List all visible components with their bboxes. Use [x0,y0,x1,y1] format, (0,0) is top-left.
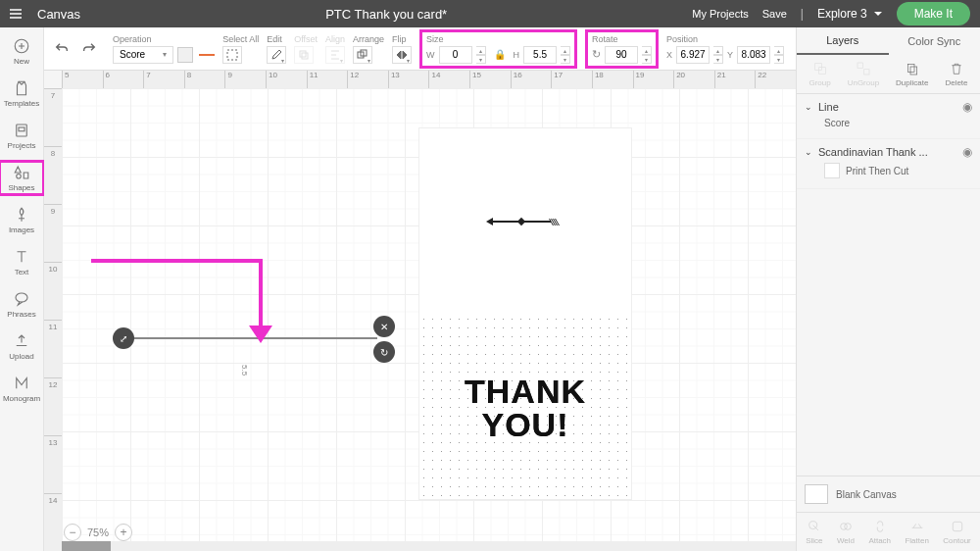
nav-monogram[interactable]: Monogram [0,375,43,403]
y-spinner[interactable]: ▴▾ [774,46,784,64]
tab-color-sync[interactable]: Color Sync [889,27,981,55]
separator: | [801,7,804,21]
nav-upload[interactable]: Upload [0,332,43,361]
flip-dropdown[interactable] [392,46,412,64]
svg-rect-11 [818,68,825,75]
redo-icon[interactable] [81,41,97,57]
x-spinner[interactable]: ▴▾ [713,46,723,64]
nav-new[interactable]: New [0,37,43,66]
chevron-down-icon[interactable]: ⌄ [805,147,812,157]
offset-group: Offset [294,34,318,64]
right-panel: Layers Color Sync Group UnGroup Duplicat… [796,27,980,551]
nav-templates[interactable]: Templates [0,79,43,108]
left-nav: New Templates Projects Shapes Images Tex… [0,27,44,551]
layers-list: ⌄Line◉ Score ⌄Scandinavian Thank ...◉ Pr… [797,94,980,476]
y-input[interactable] [737,46,770,64]
machine-dropdown[interactable]: Explore 3 [817,7,883,21]
layer-scandinavian[interactable]: ⌄Scandinavian Thank ...◉ Print Then Cut [797,139,980,189]
nav-images[interactable]: Images [0,206,43,234]
operation-dropdown[interactable]: Score [113,46,173,64]
thank-you-text: THANK YOU! [465,375,586,441]
rotate-input[interactable] [605,46,638,64]
edit-dropdown[interactable] [267,46,286,64]
history-controls [54,41,97,57]
bottom-tools: Slice Weld Attach Flatten Contour [797,512,980,551]
menu-icon[interactable] [0,0,31,27]
h-label: H [514,50,520,60]
visibility-icon[interactable]: ◉ [962,145,972,159]
zoom-out-button[interactable]: − [64,524,81,541]
color-swatch[interactable] [177,47,193,63]
svg-rect-15 [910,67,917,75]
svg-rect-7 [302,53,308,59]
nav-projects[interactable]: Projects [0,122,43,150]
svg-rect-6 [300,51,306,57]
height-spinner[interactable]: ▴▾ [561,46,570,64]
svg-rect-1 [17,125,27,136]
save-link[interactable]: Save [762,8,787,20]
make-it-button[interactable]: Make It [897,2,970,25]
blank-canvas-button[interactable]: Blank Canvas [797,476,980,512]
w-label: W [426,50,435,60]
flatten-button: Flatten [905,519,928,545]
size-group: Size W ▴▾ 🔒 H ▴▾ [419,29,577,69]
layer-line[interactable]: ⌄Line◉ Score [797,94,980,139]
my-projects-link[interactable]: My Projects [692,8,748,20]
rotate-spinner[interactable]: ▴▾ [642,46,652,64]
tab-layers[interactable]: Layers [797,27,889,55]
edit-group: Edit [267,34,286,64]
rotate-icon: ↻ [592,48,601,61]
canvas-area: Operation Score Select All Edit Offset [44,27,796,551]
app-header: Canvas PTC Thank you card* My Projects S… [0,0,980,27]
width-input[interactable] [439,46,472,64]
panel-toolbar: Group UnGroup Duplicate Delete [797,55,980,94]
svg-rect-14 [907,64,914,72]
panel-tabs: Layers Color Sync [797,27,980,55]
nav-shapes[interactable]: Shapes [0,164,43,192]
zoom-control: − 75% + [64,524,132,541]
rotate-group: Rotate ↻ ▴▾ [585,29,659,69]
offset-button [294,46,314,64]
contour-button: Contour [943,519,970,545]
delete-handle-icon[interactable]: ✕ [373,316,395,337]
rotate-handle-icon[interactable]: ↻ [373,341,395,363]
svg-rect-2 [19,127,24,131]
chevron-down-icon[interactable]: ⌄ [805,102,812,112]
attach-button: Attach [868,519,891,545]
width-spinner[interactable]: ▴▾ [476,46,486,64]
score-preview-icon [199,54,215,56]
duplicate-button[interactable]: Duplicate [896,61,928,87]
card-inside: THANK YOU! [419,315,631,501]
flip-group: Flip [392,34,412,64]
delete-button[interactable]: Delete [945,61,967,87]
undo-icon[interactable] [54,41,70,57]
align-dropdown [325,46,345,64]
selectall-group: Select All [222,34,259,64]
zoom-in-button[interactable]: + [115,524,132,541]
nav-text[interactable]: Text [0,248,43,276]
ruler-vertical: 7891011121314 [44,88,62,551]
layer-line-child[interactable]: Score [805,114,972,132]
select-all-button[interactable] [222,46,242,64]
svg-rect-5 [227,50,237,60]
resize-handle-icon[interactable]: ⤢ [113,327,134,349]
card-preview[interactable]: THANK YOU! [418,127,632,500]
operation-group: Operation Score [113,34,215,64]
layer-scandi-child[interactable]: Print Then Cut [805,159,972,182]
height-input[interactable] [523,46,557,64]
position-group: Position X ▴▾ Y ▴▾ [666,34,784,64]
y-label: Y [727,50,733,60]
nav-phrases[interactable]: Phrases [0,290,43,319]
svg-rect-10 [814,64,821,71]
scrollbar-horizontal[interactable] [62,541,796,551]
x-input[interactable] [676,46,710,64]
arrange-dropdown[interactable] [353,46,372,64]
lock-icon[interactable]: 🔒 [494,49,506,60]
canvas-viewport[interactable]: 5678910111213141516171819202122 78910111… [44,71,796,551]
svg-rect-12 [858,63,862,68]
selected-line[interactable] [122,337,377,339]
svg-point-3 [17,175,22,179]
arrange-group: Arrange [353,34,384,64]
document-title[interactable]: PTC Thank you card* [80,7,692,22]
visibility-icon[interactable]: ◉ [962,100,972,114]
